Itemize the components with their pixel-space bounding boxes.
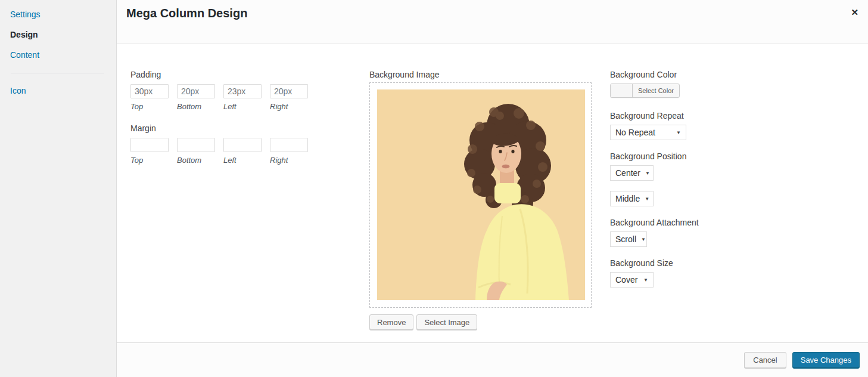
padding-right-label: Right	[270, 102, 308, 111]
sidebar-item-icon[interactable]: Icon	[0, 81, 116, 101]
padding-top-label: Top	[130, 102, 169, 111]
chevron-down-icon: ▼	[645, 196, 649, 202]
padding-bottom-label: Bottom	[177, 102, 215, 111]
sidebar-item-settings[interactable]: Settings	[0, 4, 116, 24]
padding-section: Padding Top Bottom Left Right	[130, 70, 308, 111]
sidebar-item-content[interactable]: Content	[0, 45, 116, 65]
margin-section-title: Margin	[130, 123, 308, 133]
margin-top-label: Top	[130, 156, 169, 165]
margin-left-label: Left	[223, 156, 262, 165]
padding-left-label: Left	[223, 102, 262, 111]
modal-title: Mega Column Design	[126, 7, 247, 20]
background-size-title: Background Size	[610, 258, 717, 268]
color-swatch	[611, 84, 633, 97]
background-size-select[interactable]: Cover ▼	[610, 272, 654, 288]
padding-top-input[interactable]	[130, 84, 169, 98]
background-image-dropzone[interactable]	[369, 82, 592, 308]
background-repeat-value: No Repeat	[615, 128, 655, 137]
chevron-down-icon: ▼	[643, 277, 648, 283]
background-attachment-title: Background Attachment	[610, 218, 717, 227]
margin-right-input[interactable]	[270, 138, 308, 152]
padding-right-input[interactable]	[270, 84, 308, 98]
chevron-down-icon: ▼	[676, 130, 681, 135]
margin-section: Margin Top Bottom Left Right	[130, 123, 308, 165]
background-position-y-value: Middle	[615, 194, 640, 203]
select-color-label: Select Color	[633, 84, 679, 97]
remove-image-button[interactable]: Remove	[369, 314, 413, 330]
background-position-title: Background Position	[610, 152, 717, 161]
background-image-preview	[377, 89, 585, 300]
background-position-x-value: Center	[615, 168, 640, 178]
modal-header: Mega Column Design ✕	[117, 0, 868, 44]
chevron-down-icon: ▼	[645, 171, 650, 176]
mega-column-design-modal: Settings Design Content Icon Mega Column…	[0, 0, 868, 377]
margin-top-input[interactable]	[130, 138, 169, 152]
background-image-title: Background Image	[369, 70, 592, 79]
sidebar-item-design[interactable]: Design	[0, 24, 116, 45]
background-size-value: Cover	[615, 275, 637, 285]
background-attachment-value: Scroll	[615, 234, 636, 244]
padding-section-title: Padding	[130, 70, 308, 79]
cancel-button[interactable]: Cancel	[744, 352, 786, 368]
margin-right-label: Right	[270, 156, 308, 165]
sidebar-divider	[11, 73, 104, 73]
padding-left-input[interactable]	[223, 84, 262, 98]
modal-sidebar: Settings Design Content Icon	[0, 0, 117, 377]
background-repeat-title: Background Repeat	[610, 111, 717, 120]
margin-bottom-label: Bottom	[177, 156, 215, 165]
margin-left-input[interactable]	[223, 138, 262, 152]
background-position-x-select[interactable]: Center ▼	[610, 165, 654, 181]
modal-main: Mega Column Design ✕ Padding Top Bottom …	[117, 0, 868, 377]
modal-footer: Cancel Save Changes	[117, 342, 868, 377]
background-repeat-select[interactable]: No Repeat ▼	[610, 125, 686, 140]
close-icon[interactable]: ✕	[848, 6, 861, 19]
background-settings-column: Background Color Select Color Background…	[610, 70, 717, 288]
padding-bottom-input[interactable]	[177, 84, 215, 98]
background-color-title: Background Color	[610, 70, 717, 79]
background-position-y-select[interactable]: Middle ▼	[610, 191, 654, 206]
background-image-section: Background Image	[369, 70, 592, 330]
select-image-button[interactable]: Select Image	[416, 314, 477, 330]
select-color-button[interactable]: Select Color	[610, 84, 680, 98]
save-changes-button[interactable]: Save Changes	[792, 352, 860, 369]
margin-bottom-input[interactable]	[177, 138, 215, 152]
background-attachment-select[interactable]: Scroll ▼	[610, 231, 647, 247]
chevron-down-icon: ▼	[641, 237, 646, 242]
